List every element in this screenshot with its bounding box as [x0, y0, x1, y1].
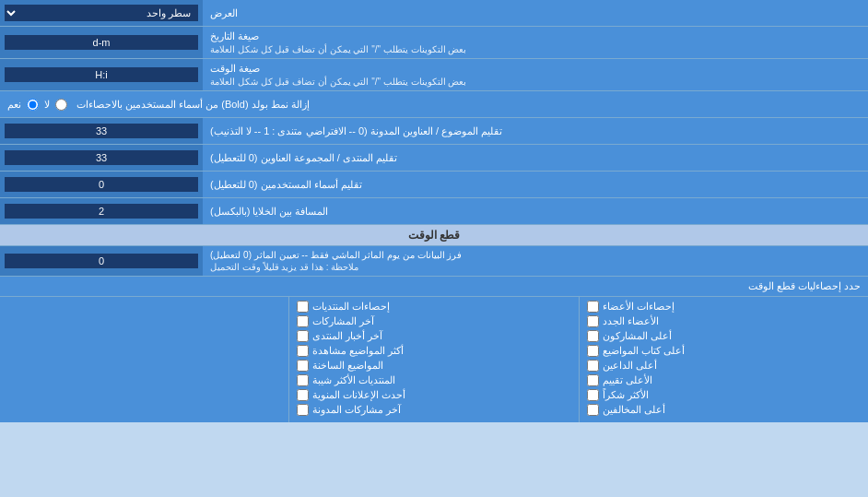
time-format-row: صيغة الوقت بعض التكوينات يتطلب "/" التي … [0, 59, 868, 91]
cb-label-members-stats: إحصاءات الأعضاء [603, 301, 674, 313]
cell-spacing-input-cell [0, 198, 203, 224]
display-type-input-cell: سطر واحد عدة أسطر [0, 0, 203, 26]
date-format-label-text: صيغة التاريخ بعض التكوينات يتطلب "/" الت… [210, 30, 466, 54]
cb-label-top-callers: أعلى الداعين [603, 360, 657, 372]
cb-row-latest-ads: أحدث الإعلانات المنوية [297, 389, 570, 401]
cb-label-most-thanked: الأكثر شكراً [603, 389, 649, 401]
cb-hot-topics[interactable] [297, 360, 309, 372]
cell-spacing-row: المسافة بين الخلايا (بالبكسل) [0, 198, 868, 225]
cb-label-latest-posts: آخر المشاركات [312, 315, 374, 327]
cutoff-input-cell [0, 246, 203, 276]
time-format-label-text: صيغة الوقت بعض التكوينات يتطلب "/" التي … [210, 63, 466, 87]
topic-trim-input-cell [0, 118, 203, 144]
cb-label-most-similar-forums: المنتديات الأكثر شيبة [312, 374, 395, 386]
bold-remove-row: إزالة نمط بولد (Bold) من أسماء المستخدمي… [0, 91, 868, 118]
cb-blog-posts[interactable] [297, 404, 309, 416]
display-type-label: العرض [203, 0, 868, 26]
cb-label-blog-posts: آخر مشاركات المدونة [312, 404, 401, 416]
cb-most-similar-forums[interactable] [297, 374, 309, 386]
forum-trim-label: تقليم المنتدى / المجموعة العناوين (0 للت… [203, 145, 868, 171]
cb-top-posters[interactable] [587, 330, 599, 342]
cb-row-members-stats: إحصاءات الأعضاء [587, 301, 861, 313]
cell-spacing-label: المسافة بين الخلايا (بالبكسل) [203, 198, 868, 224]
cb-forum-stats[interactable] [297, 301, 309, 313]
cb-top-callers[interactable] [587, 360, 599, 372]
cb-row-new-members: الأعضاء الجدد [587, 315, 861, 327]
cb-label-hot-topics: المواضيع الساخنة [312, 360, 383, 372]
checkbox-col-members: إحصاءات الأعضاء الأعضاء الجدد أعلى المشا… [579, 297, 868, 422]
cb-new-members[interactable] [587, 315, 599, 327]
cb-label-forum-stats: إحصاءات المنتديات [312, 301, 390, 313]
checkbox-col-right-label [0, 297, 288, 422]
bold-remove-radio-group: نعم لا [7, 99, 67, 111]
forum-trim-row: تقليم المنتدى / المجموعة العناوين (0 للت… [0, 145, 868, 172]
cb-row-hot-topics: المواضيع الساخنة [297, 360, 570, 372]
username-trim-input-cell [0, 172, 203, 197]
main-container: العرض سطر واحد عدة أسطر صيغة التاريخ بعض… [0, 0, 868, 422]
checkbox-col-forums: إحصاءات المنتديات آخر المشاركات آخر أخبا… [288, 297, 578, 422]
cutoff-label-line2: ملاحظة : هذا قد يزيد قليلاً وقت التحميل [210, 262, 358, 272]
cb-label-new-members: الأعضاء الجدد [603, 315, 659, 327]
cb-latest-posts[interactable] [297, 315, 309, 327]
cb-label-latest-ads: أحدث الإعلانات المنوية [312, 389, 405, 401]
time-format-sub: بعض التكوينات يتطلب "/" التي يمكن أن تضا… [210, 77, 466, 87]
cb-label-top-violators: أعلى المخالفين [603, 404, 665, 416]
radio-yes[interactable] [27, 99, 39, 111]
forum-trim-input[interactable] [5, 150, 198, 165]
date-format-label: صيغة التاريخ بعض التكوينات يتطلب "/" الت… [203, 27, 868, 58]
username-trim-input[interactable] [5, 177, 198, 192]
display-type-select[interactable]: سطر واحد عدة أسطر [5, 5, 198, 21]
topic-trim-row: تقليم الموضوع / العناوين المدونة (0 -- ا… [0, 118, 868, 145]
bold-remove-label: إزالة نمط بولد (Bold) من أسماء المستخدمي… [0, 91, 868, 117]
limit-label-row: حدد إحصاءليات قطع الوقت [0, 277, 868, 297]
date-format-row: صيغة التاريخ بعض التكوينات يتطلب "/" الت… [0, 27, 868, 59]
display-type-row: العرض سطر واحد عدة أسطر [0, 0, 868, 27]
radio-no[interactable] [55, 99, 67, 111]
cb-row-top-callers: أعلى الداعين [587, 360, 861, 372]
cb-members-stats[interactable] [587, 301, 599, 313]
forum-trim-input-cell [0, 145, 203, 171]
cutoff-input[interactable] [5, 254, 198, 268]
date-format-input[interactable] [5, 35, 198, 50]
cb-forum-news[interactable] [297, 330, 309, 342]
cutoff-section-header: قطع الوقت [0, 225, 868, 246]
cb-row-top-topic-writers: أعلى كتاب المواضيع [587, 345, 861, 357]
cb-row-top-rated: الأعلى تقييم [587, 374, 861, 386]
cutoff-row: فرز البيانات من يوم الماثر الماشي فقط --… [0, 246, 868, 277]
cutoff-label-line1: فرز البيانات من يوم الماثر الماشي فقط --… [210, 250, 462, 260]
date-format-input-cell [0, 27, 203, 58]
username-trim-row: تقليم أسماء المستخدمين (0 للتعطيل) [0, 172, 868, 198]
time-format-input[interactable] [5, 67, 198, 82]
cb-row-forum-news: آخر أخبار المنتدى [297, 330, 570, 342]
username-trim-label: تقليم أسماء المستخدمين (0 للتعطيل) [203, 172, 868, 197]
cb-label-top-posters: أعلى المشاركون [603, 330, 672, 342]
cb-row-top-violators: أعلى المخالفين [587, 404, 861, 416]
cutoff-label: فرز البيانات من يوم الماثر الماشي فقط --… [203, 246, 868, 276]
date-format-main: صيغة التاريخ [210, 30, 259, 42]
bold-remove-text: إزالة نمط بولد (Bold) من أسماء المستخدمي… [76, 99, 310, 111]
cb-label-forum-news: آخر أخبار المنتدى [312, 330, 382, 342]
cb-most-thanked[interactable] [587, 389, 599, 401]
cb-row-most-similar-forums: المنتديات الأكثر شيبة [297, 374, 570, 386]
topic-trim-input[interactable] [5, 124, 198, 138]
radio-no-label: لا [44, 99, 50, 111]
date-format-sub: بعض التكوينات يتطلب "/" التي يمكن أن تضا… [210, 44, 466, 54]
cb-top-violators[interactable] [587, 404, 599, 416]
cb-label-top-rated: الأعلى تقييم [603, 374, 652, 386]
cb-row-blog-posts: آخر مشاركات المدونة [297, 404, 570, 416]
cb-row-most-viewed: أكثر المواضيع مشاهدة [297, 345, 570, 357]
cb-top-topic-writers[interactable] [587, 345, 599, 357]
cb-most-viewed[interactable] [297, 345, 309, 357]
cb-label-top-topic-writers: أعلى كتاب المواضيع [603, 345, 685, 357]
time-format-main: صيغة الوقت [210, 63, 260, 75]
cutoff-label-text: فرز البيانات من يوم الماثر الماشي فقط --… [210, 250, 462, 272]
cell-spacing-input[interactable] [5, 204, 198, 219]
cb-latest-ads[interactable] [297, 389, 309, 401]
cb-row-most-thanked: الأكثر شكراً [587, 389, 861, 401]
radio-yes-label: نعم [7, 99, 21, 111]
checkboxes-container: إحصاءات الأعضاء الأعضاء الجدد أعلى المشا… [0, 297, 868, 422]
time-format-label: صيغة الوقت بعض التكوينات يتطلب "/" التي … [203, 59, 868, 90]
cb-top-rated[interactable] [587, 374, 599, 386]
cb-label-most-viewed: أكثر المواضيع مشاهدة [312, 345, 404, 357]
cb-row-top-posters: أعلى المشاركون [587, 330, 861, 342]
